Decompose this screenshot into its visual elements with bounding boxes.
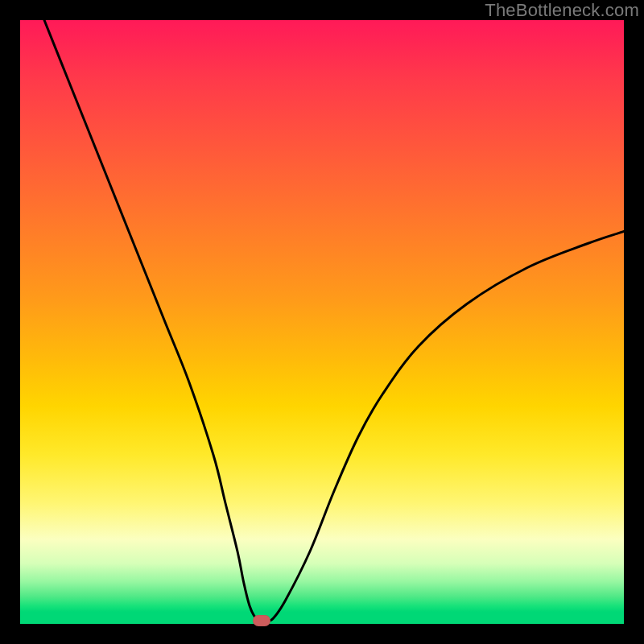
plot-area xyxy=(20,20,624,624)
watermark-label: TheBottleneck.com xyxy=(485,0,639,21)
chart-frame: TheBottleneck.com xyxy=(0,0,644,644)
optimal-marker xyxy=(253,615,270,626)
bottleneck-curve xyxy=(20,20,624,624)
